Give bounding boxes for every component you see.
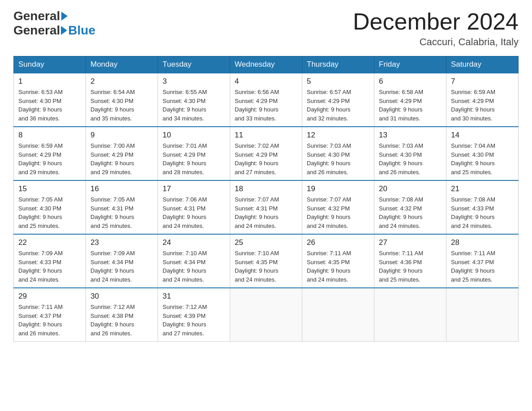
calendar-day-cell: 15Sunrise: 7:05 AM Sunset: 4:30 PM Dayli…: [14, 180, 86, 234]
logo-general-text: General: [13, 9, 60, 23]
day-info: Sunrise: 6:55 AM Sunset: 4:30 PM Dayligh…: [163, 88, 225, 123]
day-info: Sunrise: 7:04 AM Sunset: 4:30 PM Dayligh…: [451, 141, 514, 176]
day-info: Sunrise: 6:53 AM Sunset: 4:30 PM Dayligh…: [18, 88, 81, 123]
calendar-day-cell: 10Sunrise: 7:01 AM Sunset: 4:29 PM Dayli…: [158, 127, 230, 180]
calendar-week-row: 29Sunrise: 7:11 AM Sunset: 4:37 PM Dayli…: [14, 288, 519, 342]
day-number: 20: [379, 184, 442, 193]
calendar-day-cell: 1Sunrise: 6:53 AM Sunset: 4:30 PM Daylig…: [14, 73, 86, 127]
col-header-monday: Monday: [86, 56, 158, 73]
calendar-day-cell: 17Sunrise: 7:06 AM Sunset: 4:31 PM Dayli…: [158, 180, 230, 234]
day-number: 13: [379, 131, 442, 140]
logo-blue-text: Blue: [68, 23, 95, 38]
calendar-day-cell: 25Sunrise: 7:10 AM Sunset: 4:35 PM Dayli…: [230, 234, 302, 288]
page-header: General General Blue December 2024 Caccu…: [13, 9, 519, 48]
day-info: Sunrise: 6:54 AM Sunset: 4:30 PM Dayligh…: [90, 88, 153, 123]
day-info: Sunrise: 7:08 AM Sunset: 4:33 PM Dayligh…: [451, 195, 514, 230]
calendar-day-cell: 7Sunrise: 6:59 AM Sunset: 4:29 PM Daylig…: [446, 73, 519, 127]
calendar-day-cell: 20Sunrise: 7:08 AM Sunset: 4:32 PM Dayli…: [374, 180, 446, 234]
calendar-week-row: 15Sunrise: 7:05 AM Sunset: 4:30 PM Dayli…: [14, 180, 519, 234]
day-number: 3: [163, 77, 225, 86]
day-number: 27: [379, 238, 442, 247]
day-number: 10: [163, 131, 225, 140]
day-info: Sunrise: 7:10 AM Sunset: 4:35 PM Dayligh…: [235, 249, 297, 284]
logo-arrow-icon: [61, 26, 67, 35]
day-number: 14: [451, 131, 514, 140]
day-number: 1: [18, 77, 81, 86]
day-info: Sunrise: 7:07 AM Sunset: 4:32 PM Dayligh…: [307, 195, 369, 230]
calendar-table: SundayMondayTuesdayWednesdayThursdayFrid…: [13, 56, 519, 342]
day-number: 9: [90, 131, 153, 140]
day-info: Sunrise: 7:06 AM Sunset: 4:31 PM Dayligh…: [163, 195, 225, 230]
day-number: 18: [235, 184, 297, 193]
day-number: 19: [307, 184, 369, 193]
calendar-day-cell: 29Sunrise: 7:11 AM Sunset: 4:37 PM Dayli…: [14, 288, 86, 342]
day-info: Sunrise: 6:59 AM Sunset: 4:29 PM Dayligh…: [18, 141, 81, 176]
col-header-friday: Friday: [374, 56, 446, 73]
day-number: 30: [90, 292, 153, 301]
day-info: Sunrise: 6:57 AM Sunset: 4:29 PM Dayligh…: [307, 88, 369, 123]
calendar-week-row: 22Sunrise: 7:09 AM Sunset: 4:33 PM Dayli…: [14, 234, 519, 288]
calendar-day-cell: 12Sunrise: 7:03 AM Sunset: 4:30 PM Dayli…: [302, 127, 374, 180]
day-number: 15: [18, 184, 81, 193]
day-info: Sunrise: 7:12 AM Sunset: 4:39 PM Dayligh…: [163, 303, 225, 338]
day-info: Sunrise: 6:56 AM Sunset: 4:29 PM Dayligh…: [235, 88, 297, 123]
day-number: 6: [379, 77, 442, 86]
day-info: Sunrise: 7:05 AM Sunset: 4:31 PM Dayligh…: [90, 195, 153, 230]
calendar-day-cell: 27Sunrise: 7:11 AM Sunset: 4:36 PM Dayli…: [374, 234, 446, 288]
logo-general-text2: General: [13, 23, 60, 38]
calendar-day-cell: 5Sunrise: 6:57 AM Sunset: 4:29 PM Daylig…: [302, 73, 374, 127]
day-number: 24: [163, 238, 225, 247]
calendar-day-cell: [230, 288, 302, 342]
calendar-day-cell: 3Sunrise: 6:55 AM Sunset: 4:30 PM Daylig…: [158, 73, 230, 127]
day-info: Sunrise: 7:12 AM Sunset: 4:38 PM Dayligh…: [90, 303, 153, 338]
calendar-day-cell: 16Sunrise: 7:05 AM Sunset: 4:31 PM Dayli…: [86, 180, 158, 234]
calendar-day-cell: 21Sunrise: 7:08 AM Sunset: 4:33 PM Dayli…: [446, 180, 519, 234]
calendar-title-area: December 2024 Caccuri, Calabria, Italy: [353, 9, 519, 48]
calendar-day-cell: 18Sunrise: 7:07 AM Sunset: 4:31 PM Dayli…: [230, 180, 302, 234]
calendar-day-cell: 14Sunrise: 7:04 AM Sunset: 4:30 PM Dayli…: [446, 127, 519, 180]
day-number: 5: [307, 77, 369, 86]
col-header-sunday: Sunday: [14, 56, 86, 73]
calendar-day-cell: 19Sunrise: 7:07 AM Sunset: 4:32 PM Dayli…: [302, 180, 374, 234]
col-header-thursday: Thursday: [302, 56, 374, 73]
calendar-day-cell: 11Sunrise: 7:02 AM Sunset: 4:29 PM Dayli…: [230, 127, 302, 180]
day-number: 22: [18, 238, 81, 247]
day-info: Sunrise: 7:07 AM Sunset: 4:31 PM Dayligh…: [235, 195, 297, 230]
day-info: Sunrise: 7:10 AM Sunset: 4:34 PM Dayligh…: [163, 249, 225, 284]
day-number: 25: [235, 238, 297, 247]
day-info: Sunrise: 7:03 AM Sunset: 4:30 PM Dayligh…: [307, 141, 369, 176]
day-info: Sunrise: 7:01 AM Sunset: 4:29 PM Dayligh…: [163, 141, 225, 176]
calendar-day-cell: 30Sunrise: 7:12 AM Sunset: 4:38 PM Dayli…: [86, 288, 158, 342]
col-header-wednesday: Wednesday: [230, 56, 302, 73]
logo-triangle-icon: [61, 12, 68, 21]
day-info: Sunrise: 7:00 AM Sunset: 4:29 PM Dayligh…: [90, 141, 153, 176]
day-number: 16: [90, 184, 153, 193]
day-info: Sunrise: 7:11 AM Sunset: 4:36 PM Dayligh…: [379, 249, 442, 284]
day-info: Sunrise: 7:09 AM Sunset: 4:34 PM Dayligh…: [90, 249, 153, 284]
day-number: 28: [451, 238, 514, 247]
day-info: Sunrise: 7:11 AM Sunset: 4:37 PM Dayligh…: [451, 249, 514, 284]
calendar-title: December 2024: [353, 9, 519, 34]
calendar-week-row: 8Sunrise: 6:59 AM Sunset: 4:29 PM Daylig…: [14, 127, 519, 180]
calendar-day-cell: 9Sunrise: 7:00 AM Sunset: 4:29 PM Daylig…: [86, 127, 158, 180]
day-info: Sunrise: 7:11 AM Sunset: 4:37 PM Dayligh…: [18, 303, 81, 338]
calendar-day-cell: 13Sunrise: 7:03 AM Sunset: 4:30 PM Dayli…: [374, 127, 446, 180]
calendar-day-cell: 23Sunrise: 7:09 AM Sunset: 4:34 PM Dayli…: [86, 234, 158, 288]
day-info: Sunrise: 7:02 AM Sunset: 4:29 PM Dayligh…: [235, 141, 297, 176]
day-number: 4: [235, 77, 297, 86]
calendar-day-cell: 28Sunrise: 7:11 AM Sunset: 4:37 PM Dayli…: [446, 234, 519, 288]
day-number: 21: [451, 184, 514, 193]
day-info: Sunrise: 7:09 AM Sunset: 4:33 PM Dayligh…: [18, 249, 81, 284]
day-number: 11: [235, 131, 297, 140]
day-info: Sunrise: 6:58 AM Sunset: 4:29 PM Dayligh…: [379, 88, 442, 123]
day-number: 2: [90, 77, 153, 86]
calendar-day-cell: 26Sunrise: 7:11 AM Sunset: 4:35 PM Dayli…: [302, 234, 374, 288]
day-number: 31: [163, 292, 225, 301]
calendar-day-cell: [374, 288, 446, 342]
day-info: Sunrise: 7:03 AM Sunset: 4:30 PM Dayligh…: [379, 141, 442, 176]
calendar-day-cell: 24Sunrise: 7:10 AM Sunset: 4:34 PM Dayli…: [158, 234, 230, 288]
day-number: 12: [307, 131, 369, 140]
day-number: 7: [451, 77, 514, 86]
day-info: Sunrise: 6:59 AM Sunset: 4:29 PM Dayligh…: [451, 88, 514, 123]
day-number: 26: [307, 238, 369, 247]
